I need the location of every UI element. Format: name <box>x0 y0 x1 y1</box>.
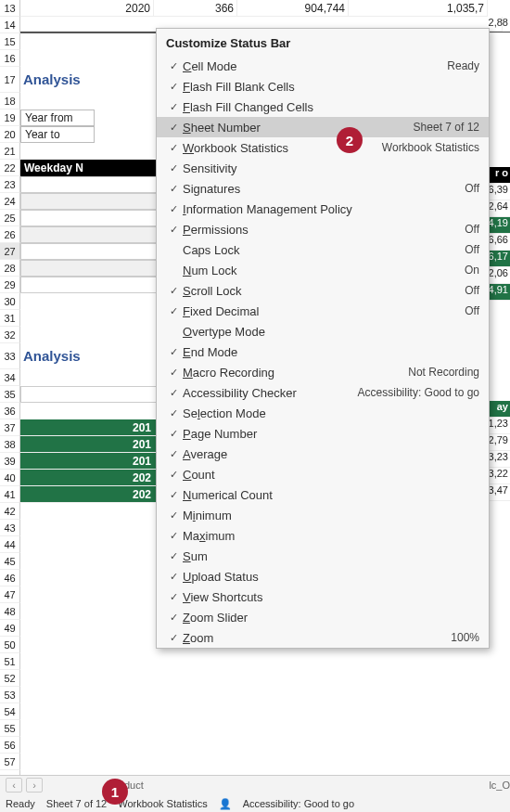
year-cell[interactable]: 201 <box>20 453 158 470</box>
row-header[interactable]: 38 <box>0 436 20 453</box>
menu-item-count[interactable]: ✓Count <box>157 464 489 484</box>
row-header[interactable]: 22 <box>0 160 20 176</box>
menu-item-num-lock[interactable]: Num LockOn <box>157 260 489 280</box>
cell-d13[interactable]: 904,744 <box>237 0 349 17</box>
row-header[interactable]: 51 <box>0 653 20 670</box>
menu-item-signatures[interactable]: ✓SignaturesOff <box>157 178 489 199</box>
check-icon: ✓ <box>164 224 183 236</box>
check-icon: ✓ <box>164 387 183 399</box>
menu-item-minimum[interactable]: ✓Minimum <box>157 505 489 525</box>
customize-status-bar-menu[interactable]: Customize Status Bar ✓Cell ModeReady✓Fla… <box>156 28 490 649</box>
row-header[interactable]: 18 <box>0 93 20 110</box>
row-header[interactable]: 28 <box>0 260 20 277</box>
menu-item-zoom[interactable]: ✓Zoom100% <box>157 627 489 648</box>
prev-sheet-button[interactable]: ‹ <box>6 778 22 793</box>
next-sheet-button[interactable]: › <box>26 778 43 793</box>
menu-item-sheet-number[interactable]: ✓Sheet NumberSheet 7 of 12 <box>157 117 489 137</box>
row-header[interactable]: 23 <box>0 176 20 193</box>
menu-item-label: Sum <box>183 549 479 563</box>
row-header[interactable]: 19 <box>0 110 20 126</box>
row-header[interactable]: 56 <box>0 737 20 754</box>
menu-item-sensitivity[interactable]: ✓Sensitivity <box>157 158 489 178</box>
menu-item-flash-fill-blank-cells[interactable]: ✓Flash Fill Blank Cells <box>157 76 489 97</box>
row-header[interactable]: 21 <box>0 143 20 160</box>
row-header[interactable]: 13 <box>0 0 20 17</box>
menu-item-fixed-decimal[interactable]: ✓Fixed DecimalOff <box>157 301 489 321</box>
row-header[interactable]: 50 <box>0 637 20 653</box>
row-header[interactable]: 42 <box>0 503 20 520</box>
menu-item-caps-lock[interactable]: Caps LockOff <box>157 239 489 260</box>
row-header[interactable]: 37 <box>0 419 20 436</box>
row-13: 2020 366 904,744 1,035,7 <box>20 0 510 17</box>
row-header[interactable]: 34 <box>0 369 20 386</box>
menu-item-accessibility-checker[interactable]: ✓Accessibility CheckerAccessibility: Goo… <box>157 382 489 403</box>
menu-item-page-number[interactable]: ✓Page Number <box>157 423 489 444</box>
menu-item-workbook-statistics[interactable]: ✓Workbook StatisticsWorkbook Statistics <box>157 137 489 158</box>
menu-item-label: Num Lock <box>183 264 465 277</box>
row-header[interactable]: 32 <box>0 327 20 343</box>
row-header[interactable]: 48 <box>0 603 20 620</box>
row-header[interactable]: 36 <box>0 403 20 419</box>
status-accessibility[interactable]: Accessibility: Good to go <box>243 798 354 809</box>
row-header[interactable]: 25 <box>0 210 20 226</box>
row-header[interactable]: 16 <box>0 50 20 67</box>
row-header[interactable]: 57 <box>0 754 20 770</box>
row-header[interactable]: 54 <box>0 703 20 720</box>
row-header[interactable]: 24 <box>0 193 20 210</box>
row-header[interactable]: 49 <box>0 620 20 637</box>
year-cell[interactable]: 201 <box>20 436 158 453</box>
menu-item-cell-mode[interactable]: ✓Cell ModeReady <box>157 56 489 76</box>
menu-item-selection-mode[interactable]: ✓Selection Mode <box>157 403 489 423</box>
row-header[interactable]: 33 <box>0 343 20 369</box>
row-header[interactable]: 31 <box>0 310 20 327</box>
cell-e13[interactable]: 1,035,7 <box>349 0 488 17</box>
row-header[interactable]: 39 <box>0 453 20 470</box>
status-workbook-stats[interactable]: Workbook Statistics <box>118 798 207 809</box>
menu-item-view-shortcuts[interactable]: ✓View Shortcuts <box>157 586 489 607</box>
row-header[interactable]: 53 <box>0 687 20 703</box>
sheet-tab-nav: ‹ › duct lc_O <box>0 776 510 794</box>
year-cell[interactable]: 202 <box>20 470 158 486</box>
year-cell[interactable]: 202 <box>20 486 158 503</box>
row-header[interactable]: 41 <box>0 486 20 503</box>
year-from-label[interactable]: Year from <box>20 110 95 126</box>
check-icon: ✓ <box>164 285 183 297</box>
row-header[interactable]: 15 <box>0 33 20 50</box>
row-header[interactable]: 20 <box>0 126 20 143</box>
menu-item-sum[interactable]: ✓Sum <box>157 546 489 566</box>
row-header[interactable]: 29 <box>0 277 20 293</box>
row-header[interactable]: 45 <box>0 553 20 570</box>
year-to-label[interactable]: Year to <box>20 126 95 143</box>
menu-item-permissions[interactable]: ✓PermissionsOff <box>157 219 489 239</box>
row-header[interactable]: 35 <box>0 386 20 403</box>
row-header[interactable]: 43 <box>0 520 20 536</box>
menu-item-label: View Shortcuts <box>183 590 479 604</box>
row-header[interactable]: 44 <box>0 536 20 553</box>
menu-item-average[interactable]: ✓Average <box>157 444 489 464</box>
menu-item-flash-fill-changed-cells[interactable]: ✓Flash Fill Changed Cells <box>157 97 489 117</box>
row-header[interactable]: 14 <box>0 17 20 33</box>
menu-item-scroll-lock[interactable]: ✓Scroll LockOff <box>157 280 489 301</box>
row-header[interactable]: 55 <box>0 720 20 737</box>
menu-item-end-mode[interactable]: ✓End Mode <box>157 342 489 362</box>
analysis-heading-1: Analysis <box>20 67 150 93</box>
row-header[interactable]: 46 <box>0 570 20 586</box>
row-header[interactable]: 52 <box>0 670 20 687</box>
row-header[interactable]: 30 <box>0 293 20 310</box>
menu-item-overtype-mode[interactable]: Overtype Mode <box>157 321 489 342</box>
cell-b13[interactable]: 2020 <box>20 0 154 17</box>
menu-item-numerical-count[interactable]: ✓Numerical Count <box>157 484 489 505</box>
row-header[interactable]: 27 <box>0 243 20 260</box>
menu-item-zoom-slider[interactable]: ✓Zoom Slider <box>157 607 489 627</box>
row-header[interactable]: 26 <box>0 226 20 243</box>
cell-c13[interactable]: 366 <box>154 0 237 17</box>
menu-item-macro-recording[interactable]: ✓Macro RecordingNot Recording <box>157 362 489 382</box>
menu-item-upload-status[interactable]: ✓Upload Status <box>157 566 489 586</box>
row-header[interactable]: 47 <box>0 586 20 603</box>
status-bar[interactable]: Ready Sheet 7 of 12 Workbook Statistics … <box>0 794 510 812</box>
menu-item-maximum[interactable]: ✓Maximum <box>157 525 489 546</box>
row-header[interactable]: 17 <box>0 67 20 93</box>
year-cell[interactable]: 201 <box>20 419 158 436</box>
row-header[interactable]: 40 <box>0 470 20 486</box>
menu-item-information-management-policy[interactable]: ✓Information Management Policy <box>157 199 489 219</box>
